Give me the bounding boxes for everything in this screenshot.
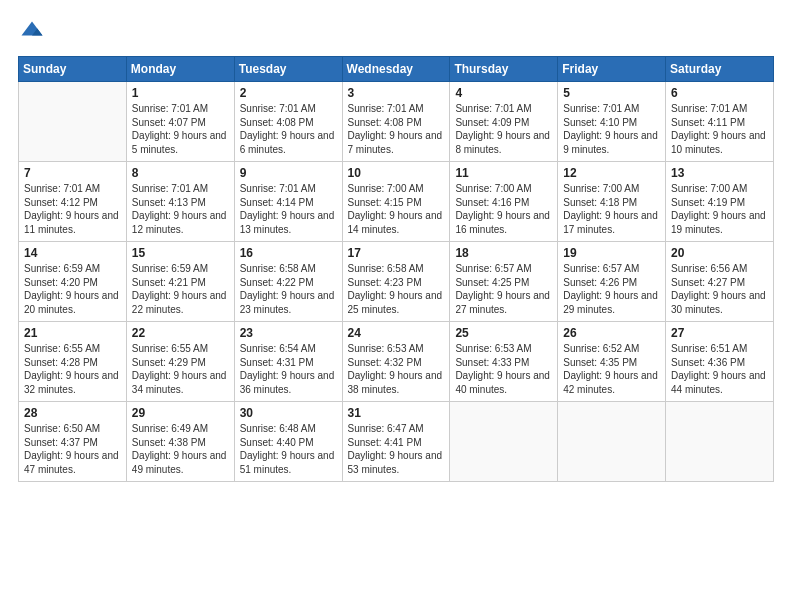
sunset: Sunset: 4:07 PM — [132, 116, 229, 130]
week-row-0: 1Sunrise: 7:01 AMSunset: 4:07 PMDaylight… — [19, 82, 774, 162]
day-number: 7 — [24, 166, 121, 180]
daylight-hours: Daylight: 9 hours and 20 minutes. — [24, 289, 121, 316]
daylight-hours: Daylight: 9 hours and 53 minutes. — [348, 449, 445, 476]
daylight-hours: Daylight: 9 hours and 6 minutes. — [240, 129, 337, 156]
day-cell: 24Sunrise: 6:53 AMSunset: 4:32 PMDayligh… — [342, 322, 450, 402]
weekday-wednesday: Wednesday — [342, 57, 450, 82]
day-cell: 31Sunrise: 6:47 AMSunset: 4:41 PMDayligh… — [342, 402, 450, 482]
sunrise: Sunrise: 6:59 AM — [132, 262, 229, 276]
logo-icon — [18, 18, 46, 46]
sunset: Sunset: 4:10 PM — [563, 116, 660, 130]
daylight-hours: Daylight: 9 hours and 14 minutes. — [348, 209, 445, 236]
day-cell: 18Sunrise: 6:57 AMSunset: 4:25 PMDayligh… — [450, 242, 558, 322]
sunset: Sunset: 4:28 PM — [24, 356, 121, 370]
day-cell — [19, 82, 127, 162]
daylight-hours: Daylight: 9 hours and 51 minutes. — [240, 449, 337, 476]
sunset: Sunset: 4:27 PM — [671, 276, 768, 290]
day-cell: 9Sunrise: 7:01 AMSunset: 4:14 PMDaylight… — [234, 162, 342, 242]
day-number: 27 — [671, 326, 768, 340]
weekday-header-row: SundayMondayTuesdayWednesdayThursdayFrid… — [19, 57, 774, 82]
sunrise: Sunrise: 7:01 AM — [132, 102, 229, 116]
sunset: Sunset: 4:40 PM — [240, 436, 337, 450]
header — [18, 18, 774, 46]
sunset: Sunset: 4:12 PM — [24, 196, 121, 210]
page: SundayMondayTuesdayWednesdayThursdayFrid… — [0, 0, 792, 612]
daylight-hours: Daylight: 9 hours and 9 minutes. — [563, 129, 660, 156]
day-number: 20 — [671, 246, 768, 260]
week-row-4: 28Sunrise: 6:50 AMSunset: 4:37 PMDayligh… — [19, 402, 774, 482]
daylight-hours: Daylight: 9 hours and 38 minutes. — [348, 369, 445, 396]
day-number: 22 — [132, 326, 229, 340]
day-cell: 26Sunrise: 6:52 AMSunset: 4:35 PMDayligh… — [558, 322, 666, 402]
daylight-hours: Daylight: 9 hours and 49 minutes. — [132, 449, 229, 476]
day-number: 24 — [348, 326, 445, 340]
daylight-hours: Daylight: 9 hours and 10 minutes. — [671, 129, 768, 156]
day-number: 13 — [671, 166, 768, 180]
day-number: 3 — [348, 86, 445, 100]
sunrise: Sunrise: 7:00 AM — [348, 182, 445, 196]
day-number: 4 — [455, 86, 552, 100]
day-number: 30 — [240, 406, 337, 420]
sunset: Sunset: 4:16 PM — [455, 196, 552, 210]
week-row-1: 7Sunrise: 7:01 AMSunset: 4:12 PMDaylight… — [19, 162, 774, 242]
day-cell: 14Sunrise: 6:59 AMSunset: 4:20 PMDayligh… — [19, 242, 127, 322]
day-cell: 16Sunrise: 6:58 AMSunset: 4:22 PMDayligh… — [234, 242, 342, 322]
weekday-monday: Monday — [126, 57, 234, 82]
day-number: 8 — [132, 166, 229, 180]
sunset: Sunset: 4:33 PM — [455, 356, 552, 370]
day-number: 1 — [132, 86, 229, 100]
sunrise: Sunrise: 6:54 AM — [240, 342, 337, 356]
sunrise: Sunrise: 7:01 AM — [240, 182, 337, 196]
sunset: Sunset: 4:14 PM — [240, 196, 337, 210]
sunrise: Sunrise: 6:52 AM — [563, 342, 660, 356]
day-cell: 1Sunrise: 7:01 AMSunset: 4:07 PMDaylight… — [126, 82, 234, 162]
day-number: 6 — [671, 86, 768, 100]
sunrise: Sunrise: 7:01 AM — [132, 182, 229, 196]
sunset: Sunset: 4:09 PM — [455, 116, 552, 130]
daylight-hours: Daylight: 9 hours and 17 minutes. — [563, 209, 660, 236]
day-cell: 22Sunrise: 6:55 AMSunset: 4:29 PMDayligh… — [126, 322, 234, 402]
daylight-hours: Daylight: 9 hours and 16 minutes. — [455, 209, 552, 236]
sunrise: Sunrise: 6:55 AM — [24, 342, 121, 356]
sunrise: Sunrise: 6:47 AM — [348, 422, 445, 436]
day-cell: 28Sunrise: 6:50 AMSunset: 4:37 PMDayligh… — [19, 402, 127, 482]
day-cell: 12Sunrise: 7:00 AMSunset: 4:18 PMDayligh… — [558, 162, 666, 242]
daylight-hours: Daylight: 9 hours and 30 minutes. — [671, 289, 768, 316]
day-cell: 10Sunrise: 7:00 AMSunset: 4:15 PMDayligh… — [342, 162, 450, 242]
daylight-hours: Daylight: 9 hours and 5 minutes. — [132, 129, 229, 156]
daylight-hours: Daylight: 9 hours and 12 minutes. — [132, 209, 229, 236]
logo — [18, 18, 50, 46]
daylight-hours: Daylight: 9 hours and 11 minutes. — [24, 209, 121, 236]
day-cell: 13Sunrise: 7:00 AMSunset: 4:19 PMDayligh… — [666, 162, 774, 242]
sunrise: Sunrise: 6:50 AM — [24, 422, 121, 436]
sunrise: Sunrise: 6:49 AM — [132, 422, 229, 436]
weekday-tuesday: Tuesday — [234, 57, 342, 82]
calendar-table: SundayMondayTuesdayWednesdayThursdayFrid… — [18, 56, 774, 482]
sunrise: Sunrise: 6:58 AM — [240, 262, 337, 276]
sunrise: Sunrise: 6:56 AM — [671, 262, 768, 276]
day-number: 10 — [348, 166, 445, 180]
day-cell: 30Sunrise: 6:48 AMSunset: 4:40 PMDayligh… — [234, 402, 342, 482]
sunrise: Sunrise: 7:01 AM — [563, 102, 660, 116]
sunrise: Sunrise: 7:01 AM — [671, 102, 768, 116]
day-cell: 19Sunrise: 6:57 AMSunset: 4:26 PMDayligh… — [558, 242, 666, 322]
sunset: Sunset: 4:21 PM — [132, 276, 229, 290]
daylight-hours: Daylight: 9 hours and 47 minutes. — [24, 449, 121, 476]
day-cell: 11Sunrise: 7:00 AMSunset: 4:16 PMDayligh… — [450, 162, 558, 242]
sunset: Sunset: 4:15 PM — [348, 196, 445, 210]
weekday-friday: Friday — [558, 57, 666, 82]
day-cell: 25Sunrise: 6:53 AMSunset: 4:33 PMDayligh… — [450, 322, 558, 402]
day-number: 14 — [24, 246, 121, 260]
sunrise: Sunrise: 6:55 AM — [132, 342, 229, 356]
sunrise: Sunrise: 6:58 AM — [348, 262, 445, 276]
day-number: 17 — [348, 246, 445, 260]
sunset: Sunset: 4:29 PM — [132, 356, 229, 370]
day-cell — [450, 402, 558, 482]
sunset: Sunset: 4:13 PM — [132, 196, 229, 210]
sunset: Sunset: 4:32 PM — [348, 356, 445, 370]
sunset: Sunset: 4:25 PM — [455, 276, 552, 290]
sunset: Sunset: 4:19 PM — [671, 196, 768, 210]
daylight-hours: Daylight: 9 hours and 7 minutes. — [348, 129, 445, 156]
day-number: 18 — [455, 246, 552, 260]
weekday-saturday: Saturday — [666, 57, 774, 82]
